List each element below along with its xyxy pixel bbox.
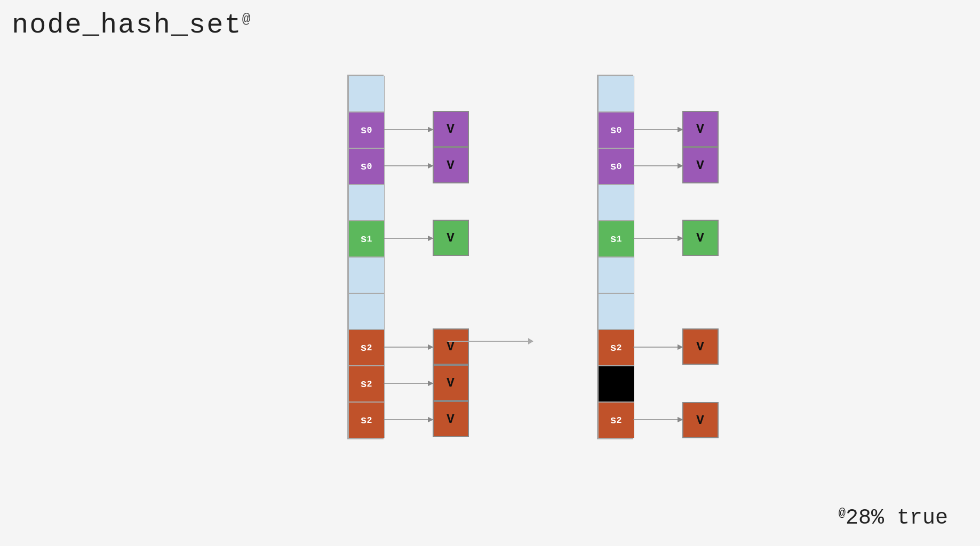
right-value-group-orange-1: V — [682, 328, 719, 365]
title: node_hash_set@ — [12, 10, 251, 41]
bucket-cell-black — [598, 366, 634, 402]
value-box: V — [682, 111, 719, 147]
transition-arrow — [448, 75, 533, 448]
bucket-cell — [598, 257, 634, 293]
bucket-cell — [348, 293, 385, 330]
value-box: V — [682, 402, 719, 438]
bucket-cell: s2 — [598, 330, 634, 366]
bucket-cell: s2 — [598, 402, 634, 438]
left-bucket-column: s0 s0 s1 s2 s2 s2 — [347, 75, 384, 439]
left-diagram: s0 s0 s1 s2 s2 s2 — [347, 75, 384, 439]
bucket-cell — [598, 184, 634, 221]
status-text: @28% true — [839, 506, 948, 530]
bucket-cell: s1 — [348, 221, 385, 257]
bucket-cell — [348, 76, 385, 112]
right-value-group-purple: V V — [682, 111, 719, 183]
status-superscript: @ — [839, 507, 846, 520]
status-value: true — [897, 506, 948, 530]
bucket-cell: s2 — [348, 366, 385, 402]
bucket-cell: s0 — [598, 148, 634, 184]
bucket-cell — [348, 257, 385, 293]
bucket-cell — [598, 293, 634, 330]
status-percent: 28% — [846, 506, 884, 530]
bucket-cell — [348, 184, 385, 221]
value-box: V — [682, 328, 719, 365]
right-value-group-green: V — [682, 220, 719, 256]
bucket-cell: s2 — [348, 330, 385, 366]
bucket-cell: s0 — [348, 148, 385, 184]
title-superscript: @ — [242, 11, 252, 27]
right-value-group-orange-2: V — [682, 402, 719, 438]
bucket-cell: s0 — [348, 112, 385, 148]
right-bucket-column: s0 s0 s1 s2 s2 — [597, 75, 633, 439]
value-box: V — [682, 147, 719, 183]
bucket-cell: s2 — [348, 402, 385, 438]
bucket-cell: s0 — [598, 112, 634, 148]
bucket-cell: s1 — [598, 221, 634, 257]
bucket-cell — [598, 76, 634, 112]
right-diagram: s0 s0 s1 s2 s2 — [597, 75, 633, 439]
value-box: V — [682, 220, 719, 256]
